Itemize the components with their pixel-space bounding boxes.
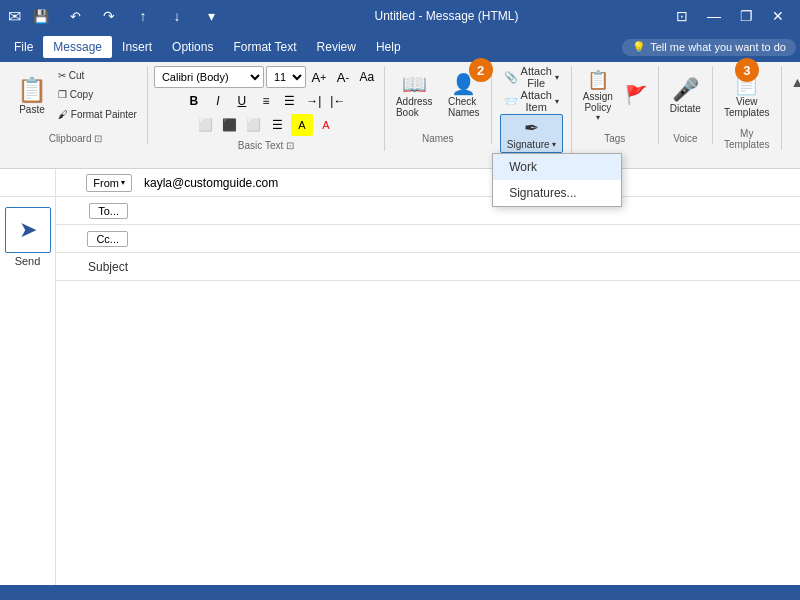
format-painter-button[interactable]: 🖌 Format Painter — [54, 107, 141, 122]
signature-button[interactable]: ✒ Signature ▾ — [500, 114, 563, 153]
body-input[interactable] — [56, 281, 800, 585]
font-color-button[interactable]: A — [315, 114, 337, 136]
address-book-button[interactable]: 📖 Address Book — [391, 66, 439, 124]
ribbon-collapse-area: ▲ — [782, 66, 800, 98]
to-input[interactable] — [136, 200, 800, 222]
window-title: Untitled - Message (HTML) — [225, 9, 668, 23]
from-dropdown-icon: ▾ — [121, 178, 125, 187]
ribbon: 📋 Paste ✂ Cut ❐ Copy 🖌 Format Painter — [0, 62, 800, 169]
signature-work-item[interactable]: Work — [493, 154, 621, 180]
cc-label[interactable]: Cc... — [56, 231, 136, 247]
menu-insert[interactable]: Insert — [112, 36, 162, 58]
menu-bar: File Message Insert Options Format Text … — [0, 32, 800, 62]
more-button[interactable]: ⊡ — [668, 2, 696, 30]
voice-label: Voice — [673, 131, 697, 144]
close-button[interactable]: ✕ — [764, 2, 792, 30]
ribbon-group-clipboard: 📋 Paste ✂ Cut ❐ Copy 🖌 Format Painter — [4, 66, 148, 144]
quick-redo-button[interactable]: ↷ — [95, 2, 123, 30]
ribbon-group-my-templates: 📄 ViewTemplates 3 My Templates — [713, 66, 782, 150]
font-family-select[interactable]: Calibri (Body) — [154, 66, 264, 88]
minimize-button[interactable]: — — [700, 2, 728, 30]
menu-help[interactable]: Help — [366, 36, 411, 58]
restore-button[interactable]: ❐ — [732, 2, 760, 30]
cut-button[interactable]: ✂ Cut — [54, 68, 141, 83]
quick-undo-button[interactable]: ↶ — [61, 2, 89, 30]
signature-manage-item[interactable]: Signatures... — [493, 180, 621, 206]
quick-save-button[interactable]: 💾 — [27, 2, 55, 30]
bullet-list-button[interactable]: ≡ — [255, 90, 277, 112]
menu-options[interactable]: Options — [162, 36, 223, 58]
flag-button[interactable]: 🚩 — [620, 66, 652, 124]
signature-dropdown-icon: ▾ — [552, 140, 556, 149]
dictate-button[interactable]: 🎤 Dictate — [665, 66, 706, 124]
flag-icon: 🚩 — [625, 84, 647, 106]
subject-input[interactable] — [136, 256, 800, 278]
attach-item-icon: 📨 — [504, 95, 518, 108]
font-size-select[interactable]: 11 — [266, 66, 306, 88]
cc-button[interactable]: Cc... — [87, 231, 128, 247]
highlight-button[interactable]: A — [291, 114, 313, 136]
clipboard-label: Clipboard ⊡ — [49, 131, 103, 144]
to-label[interactable]: To... — [56, 203, 136, 219]
bold-button[interactable]: B — [183, 90, 205, 112]
send-label: Send — [15, 255, 41, 267]
grow-font-button[interactable]: A+ — [308, 66, 330, 88]
quick-customize-button[interactable]: ▾ — [197, 2, 225, 30]
send-button[interactable]: ➤ — [5, 207, 51, 253]
paste-button[interactable]: 📋 Paste — [10, 66, 54, 124]
attach-file-button[interactable]: 📎 Attach File ▾ — [498, 66, 565, 88]
quick-up-button[interactable]: ↑ — [129, 2, 157, 30]
format-painter-icon: 🖌 — [58, 109, 68, 120]
from-email: kayla@customguide.com — [136, 172, 800, 194]
menu-format-text[interactable]: Format Text — [223, 36, 306, 58]
cut-icon: ✂ — [58, 70, 66, 81]
align-right-button[interactable]: ⬜ — [243, 114, 265, 136]
attach-file-dropdown-icon: ▾ — [555, 73, 559, 82]
tell-me-bar[interactable]: 💡 Tell me what you want to do — [622, 39, 796, 56]
quick-down-button[interactable]: ↓ — [163, 2, 191, 30]
app-icon: ✉ — [8, 7, 21, 26]
clear-formatting-button[interactable]: Aa — [356, 66, 378, 88]
align-center-button[interactable]: ⬛ — [219, 114, 241, 136]
justify-button[interactable]: ☰ — [267, 114, 289, 136]
lightbulb-icon: 💡 — [632, 41, 646, 54]
numbered-list-button[interactable]: ☰ — [279, 90, 301, 112]
dictate-icon: 🎤 — [672, 77, 699, 103]
ribbon-collapse-button[interactable]: ▲ — [784, 68, 800, 96]
tags-label: Tags — [604, 131, 625, 144]
ribbon-group-include: 📎 Attach File ▾ 📨 Attach Item ▾ ✒ Signat… — [492, 66, 572, 168]
menu-message[interactable]: Message — [43, 36, 112, 58]
menu-file[interactable]: File — [4, 36, 43, 58]
attach-item-dropdown-icon: ▾ — [555, 97, 559, 106]
assign-policy-button[interactable]: 📋 AssignPolicy ▾ — [578, 66, 618, 125]
decrease-indent-button[interactable]: |← — [327, 90, 349, 112]
basic-text-expand-icon[interactable]: ⊡ — [286, 140, 294, 151]
cc-field: Cc... — [56, 225, 800, 253]
shrink-font-button[interactable]: A- — [332, 66, 354, 88]
assign-policy-dropdown-icon: ▾ — [596, 113, 600, 122]
increase-indent-button[interactable]: →| — [303, 90, 325, 112]
ribbon-group-names: 📖 Address Book 👤 Check Names 2 Names — [385, 66, 492, 144]
clipboard-expand-icon[interactable]: ⊡ — [94, 133, 102, 144]
ribbon-group-voice: 🎤 Dictate Voice — [659, 66, 713, 144]
menu-review[interactable]: Review — [307, 36, 366, 58]
italic-button[interactable]: I — [207, 90, 229, 112]
cc-input[interactable] — [136, 228, 800, 250]
from-button[interactable]: From ▾ — [86, 174, 132, 192]
to-field: To... — [56, 197, 800, 225]
ribbon-group-tags: 📋 AssignPolicy ▾ 🚩 Tags — [572, 66, 659, 144]
attach-file-icon: 📎 — [504, 71, 518, 84]
title-bar-left: ✉ 💾 ↶ ↷ ↑ ↓ ▾ — [8, 2, 225, 30]
copy-button[interactable]: ❐ Copy — [54, 87, 141, 102]
paste-icon: 📋 — [17, 76, 47, 104]
status-bar — [0, 585, 800, 600]
step-2-badge: 2 — [469, 58, 493, 82]
address-book-icon: 📖 — [402, 72, 427, 96]
underline-button[interactable]: U — [231, 90, 253, 112]
send-icon: ➤ — [19, 217, 37, 243]
to-button[interactable]: To... — [89, 203, 128, 219]
ribbon-group-basic-text: Calibri (Body) 11 A+ A- Aa B I U ≡ ☰ →| … — [148, 66, 385, 151]
attach-item-button[interactable]: 📨 Attach Item ▾ — [498, 90, 565, 112]
align-left-button[interactable]: ⬜ — [195, 114, 217, 136]
signature-dropdown: Work Signatures... — [492, 153, 622, 207]
